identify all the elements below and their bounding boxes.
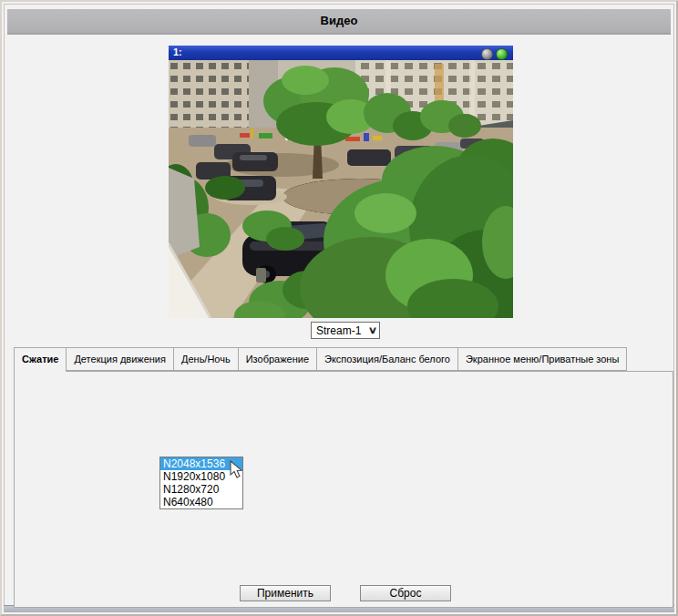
video-settings-window: Видео 1: xyxy=(0,0,678,616)
video-title-bar: 1: xyxy=(169,46,513,60)
stream-select[interactable]: Stream-1 ∨ xyxy=(311,322,380,339)
window-title-bar: Видео xyxy=(7,9,671,35)
resolution-option[interactable]: N1280x720 xyxy=(160,483,242,496)
camera-scene-image xyxy=(169,60,513,318)
channel-label: 1: xyxy=(173,46,182,57)
video-player: 1: xyxy=(169,46,513,318)
apply-button[interactable]: Применить xyxy=(240,585,331,601)
video-control-green-sphere-icon[interactable] xyxy=(496,48,508,60)
page-title: Видео xyxy=(321,14,358,27)
tab-day-night[interactable]: День/Ночь xyxy=(173,347,239,371)
tab-bar: Сжатие Детекция движения День/Ночь Изобр… xyxy=(14,347,626,372)
mouse-cursor-icon xyxy=(230,460,243,479)
tab-motion-detection[interactable]: Детекция движения xyxy=(66,347,174,371)
video-frame xyxy=(169,60,513,318)
tab-compression[interactable]: Сжатие xyxy=(14,347,67,372)
tab-osd-privacy-zones[interactable]: Экранное меню/Приватные зоны xyxy=(457,347,627,371)
video-control-gray-sphere-icon[interactable] xyxy=(481,48,493,60)
tab-exposure-white-balance[interactable]: Экспозиция/Баланс белого xyxy=(316,347,458,371)
resolution-option[interactable]: N640x480 xyxy=(160,496,242,508)
tab-content-box xyxy=(14,371,673,608)
reset-button[interactable]: Сброс xyxy=(360,585,451,601)
chevron-down-icon: ∨ xyxy=(368,324,377,336)
tab-image[interactable]: Изображение xyxy=(238,347,317,371)
inner-frame: Видео 1: xyxy=(4,4,674,606)
